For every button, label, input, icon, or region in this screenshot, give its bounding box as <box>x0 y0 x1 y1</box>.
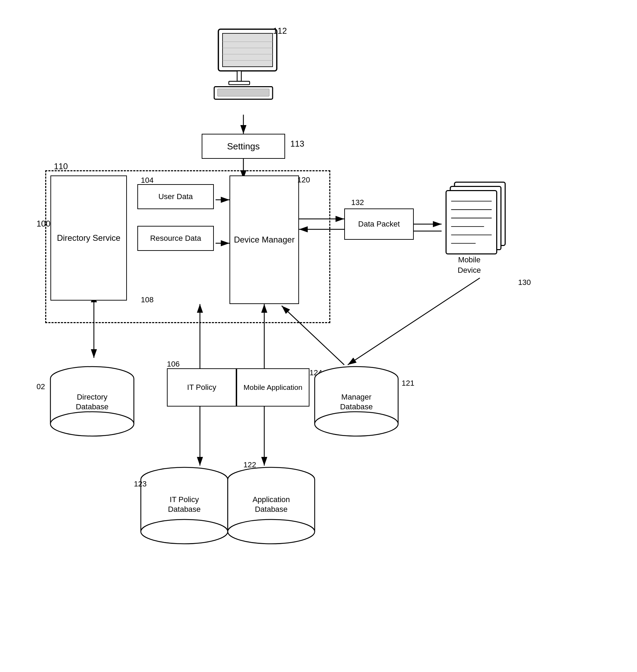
resource-data-label: Resource Data <box>150 234 201 243</box>
it-policy-box: IT Policy <box>167 368 236 407</box>
svg-text:Mobile: Mobile <box>458 255 480 264</box>
svg-rect-19 <box>223 33 273 67</box>
label-100: 100 <box>37 219 50 229</box>
label-113: 113 <box>290 139 304 149</box>
label-02: 02 <box>37 382 45 391</box>
svg-text:Database: Database <box>340 402 373 411</box>
mobile-application-box: Mobile Application <box>236 368 309 407</box>
svg-point-57 <box>228 519 315 544</box>
application-database-cylinder: Application Database <box>223 466 320 546</box>
device-manager-label: Device Manager <box>234 234 295 245</box>
mobile-application-label: Mobile Application <box>243 383 302 392</box>
user-data-label: User Data <box>158 192 193 201</box>
it-policy-label: IT Policy <box>187 383 216 392</box>
svg-rect-21 <box>229 81 250 85</box>
label-120: 120 <box>297 175 310 185</box>
svg-rect-30 <box>446 191 497 254</box>
svg-text:IT Policy: IT Policy <box>170 495 199 504</box>
directory-service-label: Directory Service <box>57 232 121 243</box>
label-106: 106 <box>167 360 180 369</box>
label-108: 108 <box>141 295 154 304</box>
svg-point-50 <box>141 519 228 544</box>
svg-text:Manager: Manager <box>341 393 372 401</box>
it-policy-database-cylinder: IT Policy Database <box>136 466 233 546</box>
label-110: 110 <box>54 162 68 171</box>
directory-service-box: Directory Service <box>50 175 127 301</box>
mobile-device-icon: Mobile Device <box>442 174 518 292</box>
label-132: 132 <box>351 198 364 207</box>
label-130: 130 <box>518 278 531 287</box>
svg-text:Device: Device <box>458 266 481 274</box>
svg-point-43 <box>50 412 134 436</box>
data-packet-label: Data Packet <box>358 220 400 229</box>
settings-label: Settings <box>227 141 260 152</box>
settings-box: Settings <box>202 134 285 159</box>
svg-text:Database: Database <box>168 505 201 514</box>
svg-text:Database: Database <box>76 402 108 411</box>
computer-icon <box>202 21 285 108</box>
user-data-box: User Data <box>137 184 214 209</box>
data-packet-box: Data Packet <box>344 208 414 240</box>
device-manager-box: Device Manager <box>229 175 299 304</box>
svg-point-64 <box>315 412 398 436</box>
svg-text:Directory: Directory <box>77 393 107 401</box>
diagram: 110 112 Settings 113 Directory Service <box>0 0 637 672</box>
label-104: 104 <box>141 176 154 185</box>
directory-database-cylinder: Directory Database <box>45 365 139 438</box>
svg-text:Database: Database <box>255 505 288 514</box>
label-123: 123 <box>134 480 147 489</box>
svg-rect-23 <box>218 89 269 97</box>
label-121: 121 <box>402 379 414 388</box>
svg-rect-20 <box>237 71 241 81</box>
label-112: 112 <box>273 26 287 36</box>
manager-database-cylinder: Manager Database <box>309 365 403 438</box>
label-122: 122 <box>243 460 256 469</box>
svg-text:Application: Application <box>252 495 290 504</box>
resource-data-box: Resource Data <box>137 226 214 251</box>
